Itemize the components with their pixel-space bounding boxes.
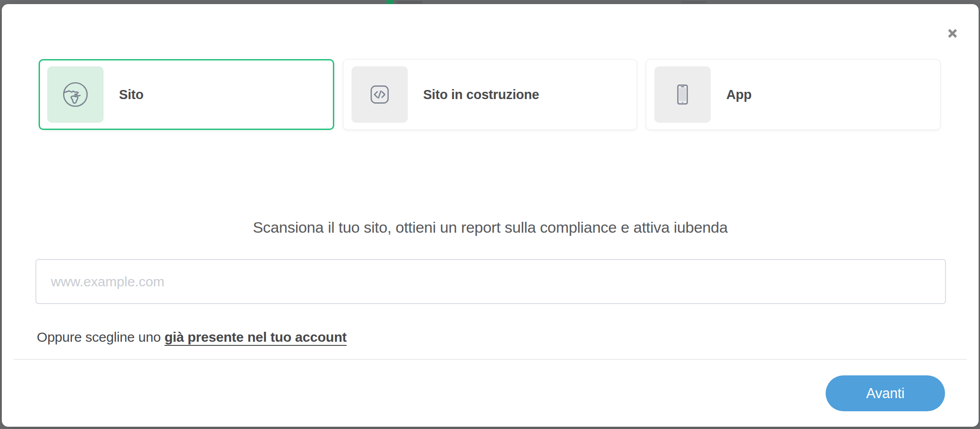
option-label-app: App [726,87,752,102]
close-icon [946,27,959,40]
background-text-mark [397,1,422,4]
option-card-app[interactable]: App [646,59,940,130]
phone-icon [654,66,711,123]
background-accent-mark [386,0,394,4]
scan-heading: Scansiona il tuo sito, ottieni un report… [2,219,979,236]
globe-icon [47,66,104,123]
add-site-modal: Sito Sito in costruzione [2,4,979,427]
choose-existing-link[interactable]: già presente nel tuo account [164,329,346,344]
close-button[interactable] [943,24,961,42]
next-button[interactable]: Avanti [826,375,945,411]
footer-divider [14,359,967,360]
option-label-sito: Sito [119,87,144,102]
option-label-sito-in-costruzione: Sito in costruzione [423,87,539,102]
background-text-mark [681,1,707,4]
project-type-options: Sito Sito in costruzione [39,59,940,130]
option-card-sito[interactable]: Sito [39,59,334,130]
code-icon [351,66,408,123]
option-card-sito-in-costruzione[interactable]: Sito in costruzione [343,59,638,130]
choose-existing-prefix: Oppure scegline uno [37,329,164,344]
choose-existing-line: Oppure scegline uno già presente nel tuo… [37,329,346,345]
site-url-input[interactable] [35,259,946,304]
